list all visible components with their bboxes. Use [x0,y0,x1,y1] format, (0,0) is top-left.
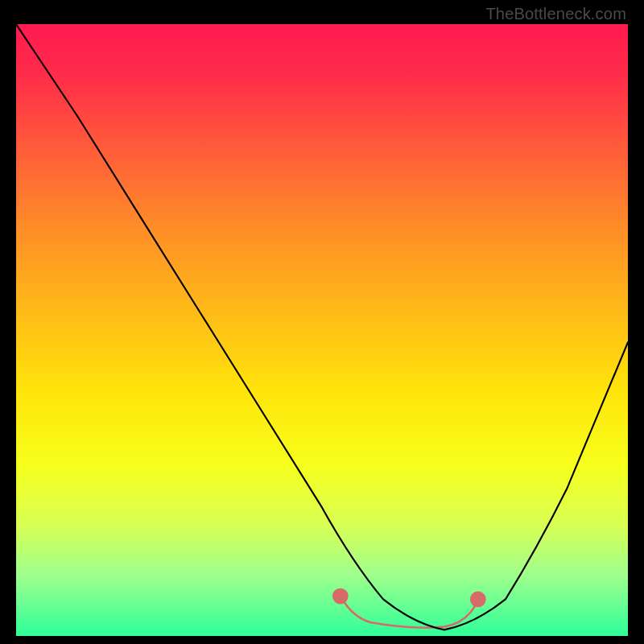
plot-area [16,24,628,636]
basin-highlight [332,588,486,628]
credit-text: TheBottleneck.com [485,5,626,23]
svg-point-0 [332,588,349,605]
curve-svg [16,24,628,636]
bottleneck-curve [16,24,628,630]
svg-point-1 [470,592,486,608]
chart-frame [16,24,628,636]
